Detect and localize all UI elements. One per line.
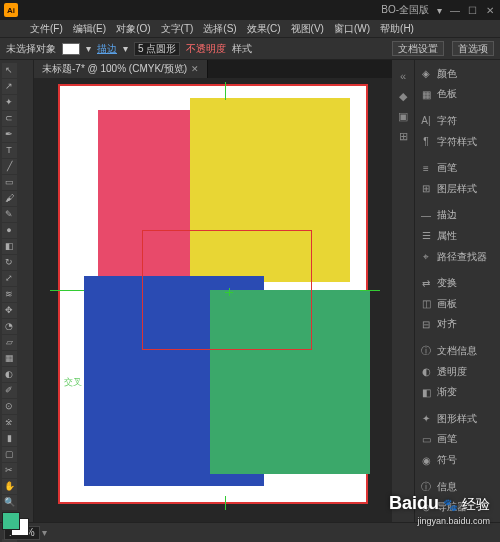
strip-icon-1[interactable]: ◆ [394, 87, 412, 105]
document-tab[interactable]: 未标题-7* @ 100% (CMYK/预览) ✕ [34, 60, 208, 78]
prefs-button[interactable]: 首选项 [452, 41, 494, 56]
magic-wand-tool[interactable]: ✦ [2, 95, 17, 110]
symbols-icon: ◉ [419, 453, 433, 467]
panel-gradient[interactable]: ◧渐变 [415, 382, 500, 402]
menu-view[interactable]: 视图(V) [287, 22, 328, 36]
panel-info[interactable]: ⓘ信息 [415, 477, 500, 497]
shape-builder-tool[interactable]: ◔ [2, 319, 17, 334]
search-icon[interactable]: ▾ [437, 5, 442, 16]
panel-graphicstyles[interactable]: ✦图形样式 [415, 409, 500, 429]
panel-label: 导航器 [437, 500, 467, 514]
gradient-icon: ◧ [419, 385, 433, 399]
blend-tool[interactable]: ⊙ [2, 399, 17, 414]
panel-character[interactable]: A|字符 [415, 111, 500, 131]
menu-edit[interactable]: 编辑(E) [69, 22, 110, 36]
eraser-tool[interactable]: ◧ [2, 239, 17, 254]
brushes2-icon: ▭ [419, 432, 433, 446]
selection-state: 未选择对象 [6, 42, 56, 56]
stroke-dropdown-icon[interactable]: ▾ [123, 43, 128, 54]
pen-tool[interactable]: ✒ [2, 127, 17, 142]
stroke-link[interactable]: 描边 [97, 42, 117, 56]
yellow-rectangle[interactable] [190, 98, 350, 282]
strip-icon-3[interactable]: ⊞ [394, 127, 412, 145]
minimize-icon[interactable]: — [450, 5, 460, 15]
canvas[interactable]: 交叉 [34, 78, 392, 522]
zoom-tool[interactable]: 🔍 [2, 495, 17, 510]
scale-tool[interactable]: ⤢ [2, 271, 17, 286]
symbol-sprayer-tool[interactable]: ※ [2, 415, 17, 430]
selection-tool[interactable]: ↖ [2, 63, 17, 78]
strip-icon-2[interactable]: ▣ [394, 107, 412, 125]
hand-tool[interactable]: ✋ [2, 479, 17, 494]
smart-guide-label: 交叉 [64, 376, 82, 389]
menu-select[interactable]: 选择(S) [199, 22, 240, 36]
panels: ◈颜色 ▦色板 A|字符 ¶字符样式 ≡画笔 ⊞图层样式 —描边 ☰属性 ⌖路径… [414, 60, 500, 522]
column-graph-tool[interactable]: ▮ [2, 431, 17, 446]
layerstyle-icon: ⊞ [419, 182, 433, 196]
panel-label: 文档信息 [437, 344, 477, 358]
panel-docinfo[interactable]: ⓘ文档信息 [415, 341, 500, 361]
type-tool[interactable]: T [2, 143, 17, 158]
line-tool[interactable]: ╱ [2, 159, 17, 174]
menu-type[interactable]: 文字(T) [157, 22, 198, 36]
panel-brushes2[interactable]: ▭画笔 [415, 430, 500, 450]
rectangle-tool[interactable]: ▭ [2, 175, 17, 190]
pencil-tool[interactable]: ✎ [2, 207, 17, 222]
panel-color[interactable]: ◈颜色 [415, 64, 500, 84]
panel-navigator[interactable]: ⊕导航器 [415, 497, 500, 517]
panel-brushes[interactable]: ≡画笔 [415, 158, 500, 178]
panel-attributes[interactable]: ☰属性 [415, 226, 500, 246]
menu-help[interactable]: 帮助(H) [376, 22, 418, 36]
collapse-toggle-icon[interactable]: « [394, 67, 412, 85]
fill-color[interactable] [2, 512, 20, 530]
opacity-link[interactable]: 不透明度 [186, 42, 226, 56]
rotate-tool[interactable]: ↻ [2, 255, 17, 270]
panel-transform[interactable]: ⇄变换 [415, 273, 500, 293]
menu-effect[interactable]: 效果(C) [243, 22, 285, 36]
align-icon: ⊟ [419, 317, 433, 331]
panel-label: 透明度 [437, 365, 467, 379]
stroke-profile[interactable]: 5 点圆形 [134, 42, 180, 56]
panel-label: 画笔 [437, 161, 457, 175]
perspective-tool[interactable]: ▱ [2, 335, 17, 350]
toolbox: ↖ ↗ ✦ ⊂ ✒ T ╱ ▭ 🖌 ✎ ● ◧ ↻ ⤢ ≋ ✥ ◔ ▱ ▦ ◐ … [0, 60, 34, 522]
transform-icon: ⇄ [419, 276, 433, 290]
panel-artboards[interactable]: ◫画板 [415, 294, 500, 314]
panel-align[interactable]: ⊟对齐 [415, 315, 500, 335]
maximize-icon[interactable]: ☐ [468, 5, 478, 15]
gradient-tool[interactable]: ◐ [2, 367, 17, 382]
panel-charstyle[interactable]: ¶字符样式 [415, 132, 500, 152]
slice-tool[interactable]: ✂ [2, 463, 17, 478]
green-rectangle[interactable] [210, 290, 370, 474]
blob-brush-tool[interactable]: ● [2, 223, 17, 238]
eyedropper-tool[interactable]: ✐ [2, 383, 17, 398]
swatch-dropdown-icon[interactable]: ▾ [86, 43, 91, 54]
fill-stroke-control[interactable] [2, 512, 31, 536]
tab-close-icon[interactable]: ✕ [191, 64, 199, 74]
panel-label: 色板 [437, 87, 457, 101]
artboard-tool[interactable]: ▢ [2, 447, 17, 462]
doc-setup-button[interactable]: 文档设置 [392, 41, 444, 56]
free-transform-tool[interactable]: ✥ [2, 303, 17, 318]
fill-swatch[interactable] [62, 43, 80, 55]
panel-label: 符号 [437, 453, 457, 467]
statusbar: 100% ▾ [0, 522, 500, 542]
panel-stroke[interactable]: —描边 [415, 206, 500, 226]
paintbrush-tool[interactable]: 🖌 [2, 191, 17, 206]
menu-object[interactable]: 对象(O) [112, 22, 154, 36]
zoom-dropdown-icon[interactable]: ▾ [42, 527, 47, 538]
panel-label: 图层样式 [437, 182, 477, 196]
close-icon[interactable]: ✕ [486, 5, 496, 15]
direct-selection-tool[interactable]: ↗ [2, 79, 17, 94]
panel-swatches[interactable]: ▦色板 [415, 85, 500, 105]
lasso-tool[interactable]: ⊂ [2, 111, 17, 126]
width-tool[interactable]: ≋ [2, 287, 17, 302]
menubar: 文件(F) 编辑(E) 对象(O) 文字(T) 选择(S) 效果(C) 视图(V… [0, 20, 500, 38]
menu-file[interactable]: 文件(F) [26, 22, 67, 36]
panel-symbols[interactable]: ◉符号 [415, 450, 500, 470]
panel-transparency[interactable]: ◐透明度 [415, 362, 500, 382]
panel-pathfinder[interactable]: ⌖路径查找器 [415, 247, 500, 267]
menu-window[interactable]: 窗口(W) [330, 22, 374, 36]
panel-layerstyle[interactable]: ⊞图层样式 [415, 179, 500, 199]
mesh-tool[interactable]: ▦ [2, 351, 17, 366]
